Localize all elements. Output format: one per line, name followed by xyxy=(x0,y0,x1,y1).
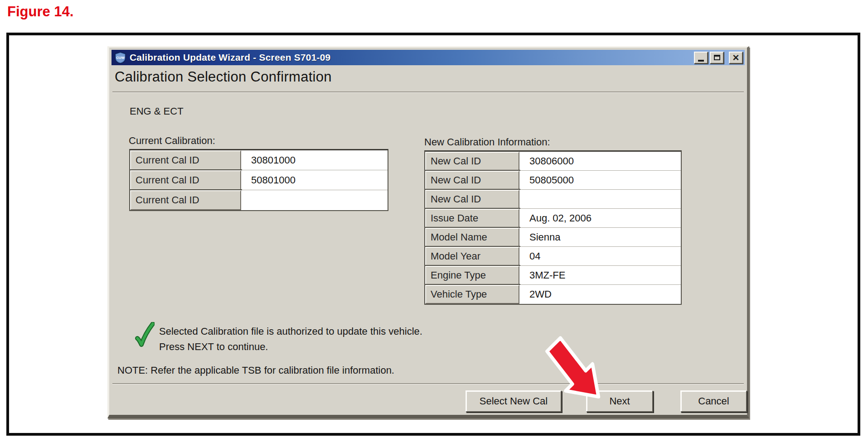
table-row: Current Cal ID 30801000 xyxy=(130,150,388,170)
table-row: Model Name Sienna xyxy=(425,228,681,247)
cancel-button[interactable]: Cancel xyxy=(680,390,747,412)
window-controls: ✕ xyxy=(694,52,743,64)
row-label: New Cal ID xyxy=(425,152,519,171)
table-row: Current Cal ID 50801000 xyxy=(130,170,388,190)
green-checkmark-icon xyxy=(135,322,155,348)
heading-divider xyxy=(112,91,744,93)
table-row: Model Year 04 xyxy=(425,247,681,266)
row-value: 2WD xyxy=(519,285,681,304)
maximize-icon xyxy=(714,55,720,60)
current-calibration-table: Current Cal ID 30801000 Current Cal ID 5… xyxy=(129,149,388,211)
row-label: Model Year xyxy=(425,247,519,266)
table-row: New Cal ID 30806000 xyxy=(425,152,681,171)
select-new-cal-button[interactable]: Select New Cal xyxy=(466,390,562,412)
row-value: 30801000 xyxy=(241,150,388,170)
row-label: Current Cal ID xyxy=(130,170,241,190)
minimize-icon xyxy=(698,60,704,62)
row-value: Aug. 02, 2006 xyxy=(519,209,681,228)
maximize-button[interactable] xyxy=(710,52,724,64)
close-icon: ✕ xyxy=(732,53,740,62)
row-label: New Cal ID xyxy=(425,171,519,190)
row-value: 50801000 xyxy=(241,170,388,190)
next-button[interactable]: Next xyxy=(586,390,653,412)
ecu-label: ENG & ECT xyxy=(130,106,184,117)
window-title: Calibration Update Wizard - Screen S701-… xyxy=(130,52,331,63)
row-value: 3MZ-FE xyxy=(519,266,681,285)
new-calibration-table: New Cal ID 30806000 New Cal ID 50805000 … xyxy=(424,150,682,305)
row-label: Model Name xyxy=(425,228,519,247)
row-label: Issue Date xyxy=(425,209,519,228)
tsb-note: NOTE: Refer the applicable TSB for calib… xyxy=(117,365,394,376)
new-calibration-title: New Calibration Information: xyxy=(424,136,550,148)
page-title: Calibration Selection Confirmation xyxy=(115,69,332,85)
row-label: Engine Type xyxy=(425,266,519,285)
row-value: 50805000 xyxy=(519,171,681,190)
minimize-button[interactable] xyxy=(694,52,708,64)
row-label: Vehicle Type xyxy=(425,285,519,304)
row-value xyxy=(241,190,388,210)
table-row: New Cal ID xyxy=(425,190,681,209)
press-next-message: Press NEXT to continue. xyxy=(159,341,268,353)
row-value xyxy=(519,190,681,209)
row-label: Current Cal ID xyxy=(130,190,241,210)
row-value: 30806000 xyxy=(519,152,681,171)
cuw-shield-icon: CUW xyxy=(114,52,126,64)
title-bar[interactable]: CUW Calibration Update Wizard - Screen S… xyxy=(112,50,745,65)
table-row: Current Cal ID xyxy=(130,190,388,210)
close-button[interactable]: ✕ xyxy=(729,52,743,64)
table-row: New Cal ID 50805000 xyxy=(425,171,681,190)
table-row: Issue Date Aug. 02, 2006 xyxy=(425,209,681,228)
row-value: Sienna xyxy=(519,228,681,247)
figure-caption: Figure 14. xyxy=(7,4,73,20)
row-label: New Cal ID xyxy=(425,190,519,209)
table-row: Vehicle Type 2WD xyxy=(425,285,681,304)
row-label: Current Cal ID xyxy=(130,150,241,170)
authorization-message: Selected Calibration file is authorized … xyxy=(159,326,422,337)
figure-border-frame: CUW Calibration Update Wizard - Screen S… xyxy=(6,33,860,436)
footer-divider xyxy=(112,383,744,385)
current-calibration-title: Current Calibration: xyxy=(129,135,215,147)
table-row: Engine Type 3MZ-FE xyxy=(425,266,681,285)
svg-text:CUW: CUW xyxy=(116,56,125,60)
calibration-update-wizard-window: CUW Calibration Update Wizard - Screen S… xyxy=(107,46,749,418)
row-value: 04 xyxy=(519,247,681,266)
